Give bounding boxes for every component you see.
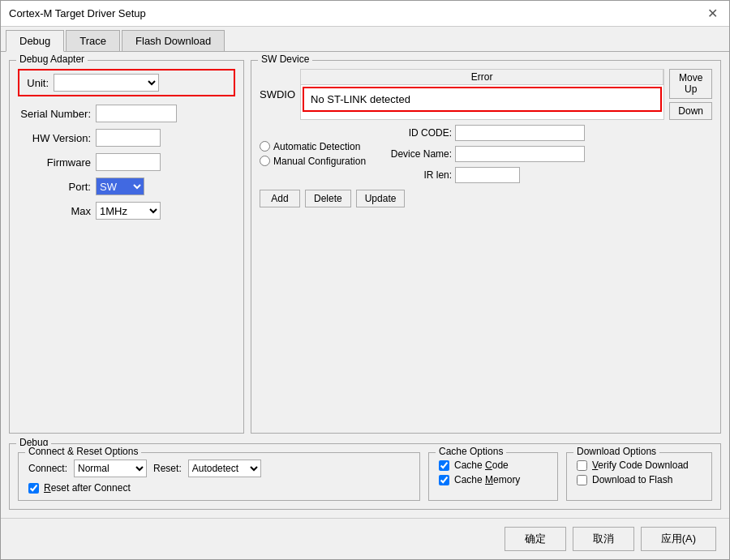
device-name-label: Device Name:: [379, 148, 452, 160]
add-button[interactable]: Add: [260, 190, 300, 207]
cache-options-title: Cache Options: [436, 446, 506, 457]
port-label: Port:: [18, 181, 91, 193]
firmware-label: Firmware: [18, 156, 91, 169]
cache-code-label: Cache Code: [454, 460, 509, 471]
auto-detection-label: Automatic Detection: [273, 141, 360, 152]
sw-table: Error No ST-LINK detected: [300, 69, 664, 120]
firmware-input[interactable]: [96, 153, 161, 171]
unit-row: Unit:: [18, 69, 235, 96]
debug-adapter-title: Debug Adapter: [16, 53, 88, 65]
reset-after-checkbox[interactable]: [28, 483, 39, 494]
radio-column: Automatic Detection Manual Configuration: [260, 141, 366, 167]
reset-after-label: Reset after Connect: [44, 482, 131, 494]
close-button[interactable]: ✕: [704, 6, 721, 21]
sw-error-message: No ST-LINK detected: [303, 87, 662, 112]
hw-input[interactable]: [96, 129, 161, 147]
cancel-button[interactable]: 取消: [573, 527, 634, 551]
connect-reset-title: Connect & Reset Options: [25, 446, 141, 457]
cache-memory-label: Cache Memory: [454, 474, 520, 485]
update-button[interactable]: Update: [356, 190, 406, 207]
sw-options-row: Automatic Detection Manual Configuration…: [260, 125, 712, 183]
cache-code-checkbox[interactable]: [439, 460, 449, 471]
sw-buttons-row: Add Delete Update: [260, 190, 712, 207]
max-label: Max: [18, 205, 91, 217]
max-row: Max 1MHz 2MHz: [18, 202, 235, 220]
main-content: Debug Adapter Unit: Serial Number: HW Ve…: [1, 52, 729, 518]
connect-label: Connect:: [28, 463, 67, 474]
debug-section: Debug Connect & Reset Options Connect: N…: [9, 443, 721, 510]
device-name-input[interactable]: [455, 146, 585, 162]
swdio-label: SWDIO: [260, 88, 295, 100]
id-code-input[interactable]: [455, 125, 585, 141]
port-select[interactable]: SW JTAG: [96, 177, 144, 195]
id-code-label: ID CODE:: [379, 127, 452, 139]
verify-code-item: Verify Code Download: [577, 460, 702, 471]
manual-config-radio[interactable]: [260, 156, 270, 166]
download-to-flash-checkbox[interactable]: [577, 475, 587, 485]
reset-select[interactable]: Autodetect HW RESET: [188, 460, 261, 477]
move-up-button[interactable]: MoveUp: [669, 69, 712, 99]
debug-adapter-group: Debug Adapter Unit: Serial Number: HW Ve…: [9, 60, 244, 434]
hw-row: HW Version:: [18, 129, 235, 147]
tab-trace[interactable]: Trace: [66, 30, 120, 51]
move-column: MoveUp Down: [669, 69, 712, 120]
serial-input[interactable]: [96, 105, 177, 122]
reset-after-row: Reset after Connect: [28, 482, 410, 494]
manual-config-item: Manual Configuration: [260, 156, 366, 167]
dialog-title: Cortex-M Target Driver Setup: [9, 7, 146, 19]
serial-row: Serial Number:: [18, 105, 235, 122]
firmware-row: Firmware: [18, 153, 235, 171]
cache-code-item: Cache Code: [439, 460, 548, 471]
sw-table-header: Error: [301, 70, 663, 85]
tab-debug[interactable]: Debug: [6, 30, 64, 52]
verify-code-label: Verify Code Download: [592, 460, 689, 471]
hw-label: HW Version:: [18, 132, 91, 144]
port-row: Port: SW JTAG: [18, 177, 235, 195]
ir-len-input[interactable]: [455, 167, 520, 183]
verify-code-checkbox[interactable]: [577, 460, 587, 471]
title-bar: Cortex-M Target Driver Setup ✕: [1, 1, 729, 27]
device-name-row: Device Name:: [379, 146, 712, 162]
sw-device-group: SW Device SWDIO Error No ST-LINK detecte…: [251, 60, 721, 434]
sw-header-error: Error: [301, 70, 663, 84]
unit-label: Unit:: [24, 77, 49, 89]
tab-bar: Debug Trace Flash Download: [1, 27, 729, 52]
dialog: Cortex-M Target Driver Setup ✕ Debug Tra…: [0, 0, 730, 560]
unit-select[interactable]: [54, 74, 159, 92]
download-to-flash-label: Download to Flash: [592, 474, 672, 485]
cache-options-box: Cache Options Cache Code Cache Memory: [428, 452, 558, 501]
ir-len-label: IR len:: [379, 169, 452, 181]
connect-row: Connect: Normal Pre-reset Reset: Autodet…: [28, 460, 410, 477]
max-select[interactable]: 1MHz 2MHz: [96, 202, 161, 220]
ir-len-row: IR len:: [379, 167, 712, 183]
cache-memory-item: Cache Memory: [439, 474, 548, 485]
id-area: ID CODE: Device Name: IR len:: [379, 125, 712, 183]
footer: 确定 取消 应用(A): [1, 518, 729, 559]
id-code-row: ID CODE:: [379, 125, 712, 141]
cache-memory-checkbox[interactable]: [439, 475, 449, 485]
debug-inner: Connect & Reset Options Connect: Normal …: [18, 452, 712, 501]
connect-reset-box: Connect & Reset Options Connect: Normal …: [18, 452, 420, 501]
sw-top-area: SWDIO Error No ST-LINK detected MoveUp D…: [260, 69, 712, 120]
serial-label: Serial Number:: [18, 108, 91, 120]
download-to-flash-item: Download to Flash: [577, 474, 702, 485]
sw-device-title: SW Device: [258, 53, 312, 65]
top-row: Debug Adapter Unit: Serial Number: HW Ve…: [9, 60, 721, 434]
auto-detection-radio[interactable]: [260, 141, 270, 152]
download-options-box: Download Options Verify Code Download Do…: [566, 452, 712, 501]
move-down-button[interactable]: Down: [669, 102, 712, 120]
apply-button[interactable]: 应用(A): [641, 527, 716, 551]
reset-label: Reset:: [153, 463, 182, 474]
auto-detection-item: Automatic Detection: [260, 141, 366, 152]
manual-config-label: Manual Configuration: [273, 156, 366, 167]
tab-flash-download[interactable]: Flash Download: [122, 30, 225, 51]
delete-button[interactable]: Delete: [305, 190, 351, 207]
connect-select[interactable]: Normal Pre-reset: [74, 460, 147, 477]
download-options-title: Download Options: [573, 446, 659, 457]
confirm-button[interactable]: 确定: [505, 527, 566, 551]
